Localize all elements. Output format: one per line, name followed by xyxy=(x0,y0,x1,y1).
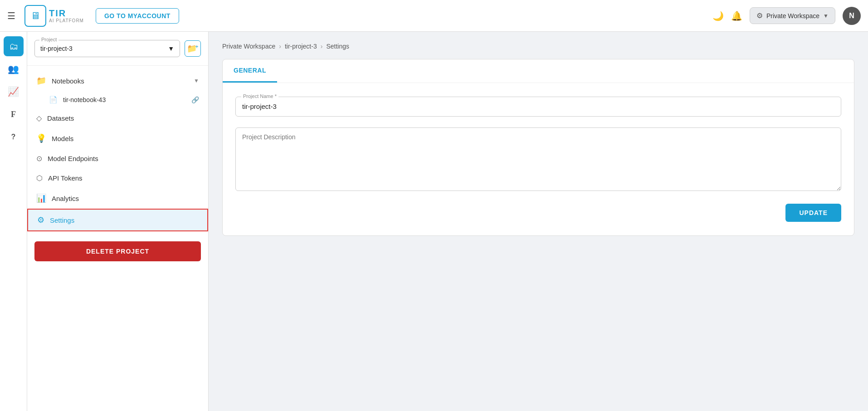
datasets-label: Datasets xyxy=(47,114,199,122)
notebook-file-icon: 📄 xyxy=(49,96,58,104)
settings-body: Project Name * tir-project-3 UPDATE xyxy=(223,83,854,235)
notebooks-chevron-icon: ▼ xyxy=(194,78,199,84)
project-description-input[interactable] xyxy=(235,127,841,191)
workspace-icon: ⚙ xyxy=(756,11,763,20)
delete-project-button[interactable]: DELETE PROJECT xyxy=(34,241,201,261)
project-selector: Project tir-project-3 ▼ 📁 + xyxy=(27,40,208,66)
analytics-bar-icon: 📊 xyxy=(36,193,46,203)
sidebar-item-notebooks[interactable]: 📁 Notebooks ▼ xyxy=(27,70,208,91)
sidebar-item-model-endpoints[interactable]: ⊙ Model Endpoints xyxy=(27,149,208,168)
settings-tabs: GENERAL xyxy=(223,59,854,83)
logo-sub: AI PLATFORM xyxy=(49,18,84,23)
settings-label: Settings xyxy=(50,216,198,224)
sidebar-item-datasets[interactable]: ◇ Datasets xyxy=(27,108,208,128)
sidebar-item-api-tokens[interactable]: ⬡ API Tokens xyxy=(27,168,208,188)
tab-general[interactable]: GENERAL xyxy=(223,59,277,83)
api-tokens-icon: ⬡ xyxy=(36,174,43,182)
sidebar-menu: 📁 Notebooks ▼ 📄 tir-notebook-43 🔗 ◇ Data… xyxy=(27,66,208,236)
logo-area: 🖥 TIR AI PLATFORM xyxy=(24,5,84,27)
external-link-icon[interactable]: 🔗 xyxy=(191,96,199,103)
project-name-value[interactable]: tir-project-3 xyxy=(242,103,277,110)
project-dropdown-value: tir-project-3 xyxy=(40,45,73,52)
main-layout: 🗂 👥 📈 F ? Project tir-project-3 ▼ 📁 + 📁 … xyxy=(0,32,868,411)
project-description-field xyxy=(235,127,841,193)
logo-text: TIR AI PLATFORM xyxy=(49,8,84,23)
project-name-wrapper: Project Name * tir-project-3 xyxy=(235,97,841,117)
workspace-button[interactable]: ⚙ Private Workspace ▼ xyxy=(750,7,835,24)
add-folder-button[interactable]: 📁 + xyxy=(185,40,201,57)
project-name-label: Project Name * xyxy=(241,93,278,99)
breadcrumb-workspace: Private Workspace xyxy=(222,43,275,50)
notebooks-label: Notebooks xyxy=(52,77,188,85)
models-label: Models xyxy=(52,135,199,142)
breadcrumb-project: tir-project-3 xyxy=(285,43,317,50)
sidebar-item-notebook-43[interactable]: 📄 tir-notebook-43 🔗 xyxy=(27,91,208,108)
rail-item-projects[interactable]: 🗂 xyxy=(4,36,24,56)
api-tokens-label: API Tokens xyxy=(48,174,199,182)
workspace-chevron-icon: ▼ xyxy=(823,13,829,19)
sidebar-item-analytics[interactable]: 📊 Analytics xyxy=(27,188,208,209)
sidebar: Project tir-project-3 ▼ 📁 + 📁 Notebooks … xyxy=(27,32,209,411)
project-name-field: Project Name * tir-project-3 xyxy=(235,97,841,117)
breadcrumb: Private Workspace › tir-project-3 › Sett… xyxy=(222,43,854,50)
notification-icon[interactable]: 🔔 xyxy=(731,10,742,21)
go-myaccount-button[interactable]: GO TO MYACCOUNT xyxy=(96,8,179,24)
hamburger-icon[interactable]: ☰ xyxy=(7,10,15,21)
model-endpoints-icon: ⊙ xyxy=(36,154,42,163)
sidebar-item-models[interactable]: 💡 Models xyxy=(27,128,208,149)
settings-gear-icon: ⚙ xyxy=(37,215,44,225)
avatar[interactable]: N xyxy=(843,7,861,25)
notebook-label: tir-notebook-43 xyxy=(63,96,106,103)
update-button[interactable]: UPDATE xyxy=(785,204,841,222)
project-dropdown-chevron: ▼ xyxy=(168,45,174,52)
logo-icon: 🖥 xyxy=(30,10,40,22)
settings-card: GENERAL Project Name * tir-project-3 UPD… xyxy=(222,59,854,236)
rail-item-help[interactable]: ? xyxy=(4,127,24,147)
logo-box: 🖥 xyxy=(24,5,46,27)
sidebar-item-settings[interactable]: ⚙ Settings xyxy=(27,209,208,231)
top-navbar: ☰ 🖥 TIR AI PLATFORM GO TO MYACCOUNT 🌙 🔔 … xyxy=(0,0,868,32)
rail-item-analytics[interactable]: 📈 xyxy=(4,82,24,102)
model-endpoints-label: Model Endpoints xyxy=(48,155,199,162)
rail-item-font[interactable]: F xyxy=(4,104,24,124)
breadcrumb-sep-2: › xyxy=(321,43,323,50)
notebooks-icon: 📁 xyxy=(36,76,46,86)
breadcrumb-sep-1: › xyxy=(279,43,281,50)
main-content: Private Workspace › tir-project-3 › Sett… xyxy=(209,32,868,411)
rail-item-team[interactable]: 👥 xyxy=(4,59,24,79)
nav-right: 🌙 🔔 ⚙ Private Workspace ▼ N xyxy=(712,7,861,25)
icon-rail: 🗂 👥 📈 F ? xyxy=(0,32,27,411)
datasets-icon: ◇ xyxy=(36,114,42,122)
workspace-label: Private Workspace xyxy=(766,12,819,20)
logo-tir: TIR xyxy=(49,8,84,18)
project-dropdown[interactable]: Project tir-project-3 ▼ xyxy=(34,40,180,57)
update-btn-row: UPDATE xyxy=(235,204,841,222)
models-icon: 💡 xyxy=(36,133,46,143)
analytics-label: Analytics xyxy=(52,195,199,202)
breadcrumb-settings: Settings xyxy=(326,43,349,50)
add-folder-plus: + xyxy=(195,44,198,50)
project-dropdown-label: Project xyxy=(39,37,59,42)
dark-mode-icon[interactable]: 🌙 xyxy=(712,10,724,21)
